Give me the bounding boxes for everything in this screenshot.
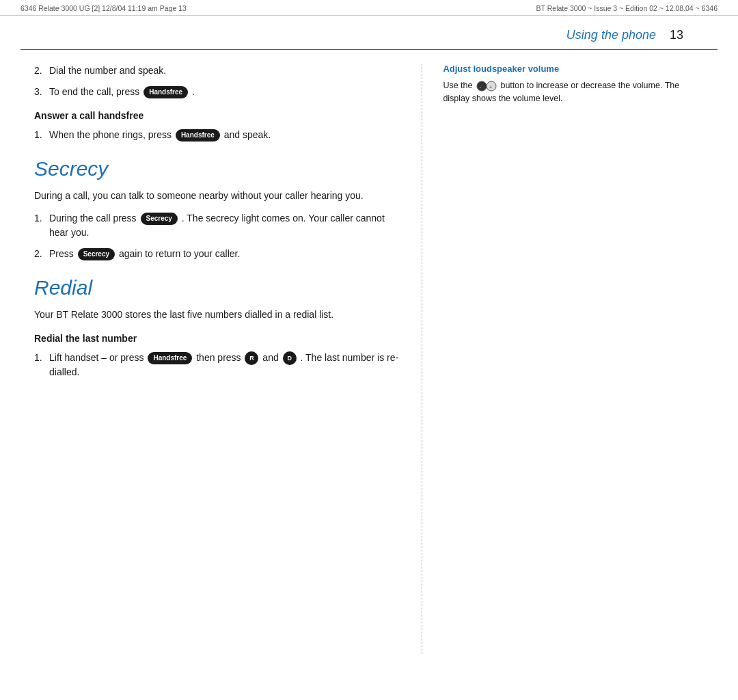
item-content: When the phone rings, press Handsfree an… xyxy=(49,128,271,142)
secrecy-button-inline: Secrecy xyxy=(141,213,178,225)
item-number: 1. xyxy=(34,351,49,379)
svg-point-0 xyxy=(477,81,487,91)
header-left: 6346 Relate 3000 UG [2] 12/8/04 11:19 am… xyxy=(20,4,187,12)
adjust-loudspeaker-heading: Adjust loudspeaker volume xyxy=(443,64,704,74)
page-title-row: Using the phone 13 xyxy=(20,16,718,50)
sidebar-adjust-body: Use the - + button to increase or decrea… xyxy=(443,79,704,105)
header-bar: 6346 Relate 3000 UG [2] 12/8/04 11:19 am… xyxy=(0,0,738,16)
redial-title: Redial xyxy=(34,276,401,299)
answer-subheading: Answer a call handsfree xyxy=(34,110,401,121)
redial-button-inline: R xyxy=(245,351,258,365)
handsfree-button-inline: Handsfree xyxy=(144,86,188,98)
item-number: 1. xyxy=(34,128,49,142)
item-number: 3. xyxy=(34,85,49,99)
secrecy-intro: During a call, you can talk to someone n… xyxy=(34,189,401,203)
main-column: 2. Dial the number and speak. 3. To end … xyxy=(34,64,422,654)
list-item: 2. Press Secrecy again to return to your… xyxy=(34,247,401,261)
secrecy-title: Secrecy xyxy=(34,157,401,180)
item-content: Press Secrecy again to return to your ca… xyxy=(49,247,240,261)
item-content: To end the call, press Handsfree . xyxy=(49,85,195,99)
list-item: 2. Dial the number and speak. xyxy=(34,64,401,78)
page-title: Using the phone xyxy=(566,28,656,42)
item-number: 2. xyxy=(34,247,49,261)
page-container: 6346 Relate 3000 UG [2] 12/8/04 11:19 am… xyxy=(0,0,738,700)
item-number: 1. xyxy=(34,211,49,240)
item-number: 2. xyxy=(34,64,49,78)
svg-text:+: + xyxy=(489,85,492,90)
volume-button-icon: - + xyxy=(476,80,497,92)
item-content: Dial the number and speak. xyxy=(49,64,166,78)
volume-icon-svg: - + xyxy=(476,80,497,92)
handsfree-button-inline-3: Handsfree xyxy=(148,352,192,364)
handsfree-button-inline-2: Handsfree xyxy=(176,129,220,142)
header-right: BT Relate 3000 ~ Issue 3 ~ Edition 02 ~ … xyxy=(536,4,718,12)
item-content: Lift handset – or press Handsfree then p… xyxy=(49,351,401,379)
list-item: 1. During the call press Secrecy . The s… xyxy=(34,211,401,240)
list-item: 3. To end the call, press Handsfree . xyxy=(34,85,401,99)
sidebar-adjust-text-before: Use the xyxy=(443,81,472,90)
secrecy-button-inline-2: Secrecy xyxy=(78,248,115,260)
list-item: 1. When the phone rings, press Handsfree… xyxy=(34,128,401,142)
dial-button-inline: D xyxy=(283,351,297,365)
list-item: 1. Lift handset – or press Handsfree the… xyxy=(34,351,401,379)
redial-subheading: Redial the last number xyxy=(34,333,401,344)
item-content: During the call press Secrecy . The secr… xyxy=(49,211,401,240)
page-number: 13 xyxy=(670,28,683,42)
side-column: Adjust loudspeaker volume Use the - + bu… xyxy=(422,64,704,654)
redial-intro: Your BT Relate 3000 stores the last five… xyxy=(34,308,401,322)
content-area: 2. Dial the number and speak. 3. To end … xyxy=(0,50,738,668)
